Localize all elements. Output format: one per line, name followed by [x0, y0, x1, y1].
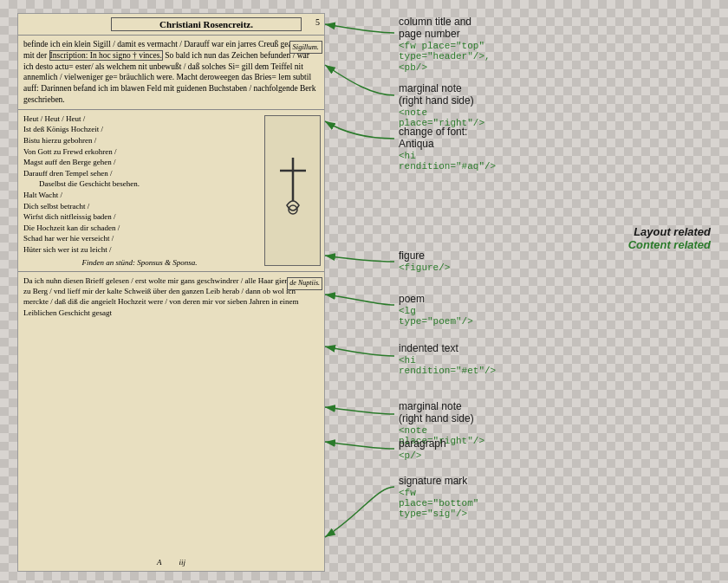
- ann5-code: <lg type="poem"/>: [399, 306, 473, 327]
- page-signature: A iij: [18, 558, 324, 567]
- ann4-code: <figure/>: [399, 262, 450, 273]
- ann2-title: marginal note (right hand side): [399, 82, 474, 107]
- ann7-label: marginal note (right hand side) <note pl…: [399, 400, 484, 446]
- ann8-code: <p/>: [399, 450, 446, 461]
- page-section-text2: de Nuptiis. Da ich nuhn diesen Brieff ge…: [18, 272, 324, 321]
- ann6-label: indented text <hi rendition="#et"/>: [399, 342, 496, 376]
- layout-label: Layout related: [634, 225, 711, 238]
- ann9-code: <fw place="bottom" type="sig"/>: [399, 488, 478, 519]
- ann3-code: <hi rendition="#aq"/>: [399, 151, 496, 172]
- ann7-title: marginal note (right hand side): [399, 400, 474, 424]
- poem-line: Magst auff den Berge gehen /: [23, 157, 256, 168]
- section1-text: befinde ich ein klein Sigill / damit es …: [23, 40, 316, 104]
- sig-right: iij: [179, 558, 185, 567]
- poem-text: Heut / Heut / Heut / Ist deß Königs Hoch…: [18, 110, 261, 271]
- ann5-label: poem <lg type="poem"/>: [399, 293, 473, 327]
- poem-line: Hüter sich wer ist zu leicht /: [23, 244, 256, 256]
- ann4-title: figure: [399, 249, 425, 262]
- legend: Layout related Content related: [628, 225, 711, 251]
- poem-line: Wirfst dich nitfleissig baden /: [23, 211, 256, 223]
- sigillum-marginal: Sigillum.: [289, 41, 322, 54]
- ann2-code: <note place="right"/>: [399, 107, 484, 128]
- ann1-title: column title and page number: [399, 16, 471, 40]
- ann3-title: change of font: Antiqua: [399, 126, 467, 150]
- ann8-label: paragraph <p/>: [399, 437, 446, 461]
- poem-line: Darauff dren Tempel sehen /: [23, 168, 256, 179]
- ann2-label: marginal note (right hand side) <note pl…: [399, 82, 484, 128]
- poem-line: Bistu hierzu gebohren /: [23, 135, 256, 146]
- ann6-code: <hi rendition="#et"/>: [399, 355, 496, 376]
- ann8-title: paragraph: [399, 437, 446, 450]
- manuscript-figure: [264, 115, 321, 266]
- ann1-code: <fw place="top" type="header"/>,: [399, 41, 491, 62]
- figure-symbol: [271, 153, 315, 229]
- ann9-title: signature mark: [399, 475, 467, 487]
- manuscript-page: Christiani Rosencreitz. 5 Sigillum. befi…: [17, 13, 325, 572]
- ann4-label: figure <figure/>: [399, 249, 450, 273]
- poem-line-indented: Daselbst die Geschicht besehen.: [23, 178, 256, 190]
- poem-line: Halt Wacht /: [23, 190, 256, 201]
- de-nuptiis-marginal: de Nuptiis.: [287, 277, 322, 290]
- page-header-section: Christiani Rosencreitz. 5: [18, 14, 324, 36]
- poem-line: Von Gott zu Frewd erkohren /: [23, 146, 256, 158]
- inscription-text: Inscription: In hoc signo † vinces.: [49, 50, 163, 61]
- poem-line: Ist deß Königs Hochzeit /: [23, 124, 256, 135]
- ann3-label: change of font: Antiqua <hi rendition="#…: [399, 126, 496, 172]
- poem-line: Schad har wer hie verseicht /: [23, 233, 256, 244]
- section3-text: Da ich nuhn diesen Brieff gelesen / erst…: [23, 276, 312, 316]
- poem-last-line: Finden an stünd: Sponsus & Sponsa.: [23, 257, 256, 269]
- ann1-label: column title and page number <fw place="…: [399, 16, 491, 73]
- ann9-label: signature mark <fw place="bottom" type="…: [399, 475, 478, 519]
- page-header-title: Christiani Rosencreitz.: [111, 17, 302, 31]
- sig-left: A: [157, 558, 162, 567]
- content-label: Content related: [628, 238, 711, 251]
- ann6-title: indented text: [399, 342, 458, 354]
- page-section-poem: Heut / Heut / Heut / Ist deß Königs Hoch…: [18, 110, 324, 272]
- poem-line: Heut / Heut / Heut /: [23, 113, 256, 125]
- ann7-code: <note place="right"/>: [399, 425, 484, 446]
- ann5-title: poem: [399, 293, 425, 305]
- page-section-text1: Sigillum. befinde ich ein klein Sigill /…: [18, 36, 324, 110]
- poem-line: Die Hochzeit kan dir schaden /: [23, 223, 256, 234]
- ann1-code2: <pb/>: [399, 62, 491, 73]
- page-number: 5: [315, 17, 320, 27]
- poem-line: Dich selbst betracht /: [23, 201, 256, 212]
